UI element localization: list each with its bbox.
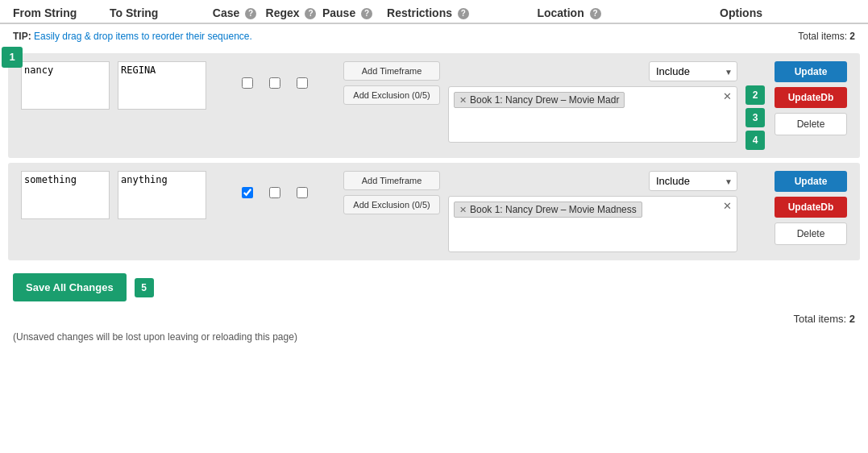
pause-checkbox-1[interactable] xyxy=(297,77,308,89)
from-string-field-1[interactable]: nancy xyxy=(21,61,110,112)
table-row: 1 nancy REGINA Add Timeframe Add Exclusi… xyxy=(8,53,860,158)
regex-checkbox-1[interactable] xyxy=(269,77,280,89)
include-select-2[interactable]: Include Exclude xyxy=(649,171,737,191)
location-box-1: ✕ ✕ Book 1: Nancy Drew – Movie Madr xyxy=(448,86,737,143)
location-tag-1: ✕ Book 1: Nancy Drew – Movie Madr xyxy=(454,92,625,108)
update-button-1[interactable]: Update xyxy=(775,61,847,82)
updatedb-button-1[interactable]: UpdateDb xyxy=(775,87,847,108)
timeframe-section-2: Add Timeframe Add Exclusion (0/5) xyxy=(343,171,440,219)
row-badge-1: 1 xyxy=(2,47,23,68)
add-timeframe-button-2[interactable]: Add Timeframe xyxy=(343,171,440,190)
location-help-icon[interactable]: ? xyxy=(590,8,601,19)
location-box-2: ✕ ✕ Book 1: Nancy Drew – Movie Madness xyxy=(448,196,737,252)
delete-button-1[interactable]: Delete xyxy=(775,113,847,135)
add-exclusion-button-1[interactable]: Add Exclusion (0/5) xyxy=(343,85,440,105)
timeframe-section-1: Add Timeframe Add Exclusion (0/5) xyxy=(343,61,440,110)
pause-help-icon[interactable]: ? xyxy=(361,8,372,19)
restrictions-help-icon[interactable]: ? xyxy=(458,8,469,19)
total-items-top: Total items: 2 xyxy=(798,31,855,42)
checkboxes-1 xyxy=(214,61,335,89)
footer-badge: 5 xyxy=(135,278,154,297)
to-string-field-2[interactable]: anything xyxy=(118,171,206,222)
include-select-1[interactable]: Include Exclude xyxy=(649,61,737,81)
case-checkbox-2[interactable] xyxy=(242,187,253,198)
location-tag-2: ✕ Book 1: Nancy Drew – Movie Madness xyxy=(454,202,642,218)
header-from-string: From String xyxy=(13,6,110,19)
options-section-2: Update UpdateDb Delete xyxy=(775,171,847,245)
from-string-field-2[interactable]: something xyxy=(21,171,110,222)
delete-button-2[interactable]: Delete xyxy=(775,222,847,245)
side-badge-3: 3 xyxy=(745,108,765,127)
footer-row: Save All Changes 5 xyxy=(0,265,868,310)
add-exclusion-button-2[interactable]: Add Exclusion (0/5) xyxy=(343,195,440,214)
clear-location-1[interactable]: ✕ xyxy=(723,90,732,102)
to-string-field-1[interactable]: REGINA xyxy=(118,61,206,112)
update-button-2[interactable]: Update xyxy=(775,171,847,192)
case-checkbox-1[interactable] xyxy=(242,77,253,89)
options-section-1: Update UpdateDb Delete xyxy=(775,61,847,135)
remove-tag-2[interactable]: ✕ xyxy=(459,205,467,215)
clear-location-2[interactable]: ✕ xyxy=(723,200,732,212)
from-input-1[interactable]: nancy xyxy=(21,61,110,110)
regex-checkbox-2[interactable] xyxy=(269,187,280,198)
table-row: something anything Add Timeframe Add Exc… xyxy=(8,163,860,260)
updatedb-button-2[interactable]: UpdateDb xyxy=(775,197,847,218)
side-badge-4: 4 xyxy=(745,131,765,150)
from-input-2[interactable]: something xyxy=(21,171,110,219)
header-pause: Pause ? xyxy=(319,6,376,19)
save-all-button[interactable]: Save All Changes xyxy=(13,273,127,301)
total-items-bottom: Total items: 2 xyxy=(13,313,855,325)
header-regex: Regex ? xyxy=(263,6,319,19)
location-section-2: Include Exclude ▼ ✕ ✕ Book 1: Nancy Drew… xyxy=(448,171,737,252)
regex-help-icon[interactable]: ? xyxy=(305,8,316,19)
tip-text: TIP: Easily drag & drop items to reorder… xyxy=(13,31,252,42)
include-select-row-1: Include Exclude ▼ xyxy=(448,61,737,81)
to-input-2[interactable]: anything xyxy=(118,171,206,219)
add-timeframe-button-1[interactable]: Add Timeframe xyxy=(343,61,440,81)
header-case: Case ? xyxy=(206,6,263,19)
include-select-row-2: Include Exclude ▼ xyxy=(448,171,737,191)
case-help-icon[interactable]: ? xyxy=(245,8,256,19)
unsaved-message: (Unsaved changes will be lost upon leavi… xyxy=(0,328,868,349)
header-options: Options xyxy=(658,6,762,19)
pause-checkbox-2[interactable] xyxy=(297,187,308,198)
side-badge-2: 2 xyxy=(745,85,765,105)
tip-row: TIP: Easily drag & drop items to reorder… xyxy=(0,24,868,48)
checkboxes-2 xyxy=(214,171,335,198)
table-header: From String To String Case ? Regex ? Pau… xyxy=(0,0,868,24)
header-restrictions: Restrictions ? xyxy=(376,6,480,19)
header-location: Location ? xyxy=(480,6,658,19)
location-section-1: Include Exclude ▼ ✕ ✕ Book 1: Nancy Drew… xyxy=(448,61,737,143)
header-to-string: To String xyxy=(110,6,206,19)
to-input-1[interactable]: REGINA xyxy=(118,61,206,110)
remove-tag-1[interactable]: ✕ xyxy=(459,95,467,106)
side-badges-1: 2 3 4 xyxy=(745,85,770,150)
